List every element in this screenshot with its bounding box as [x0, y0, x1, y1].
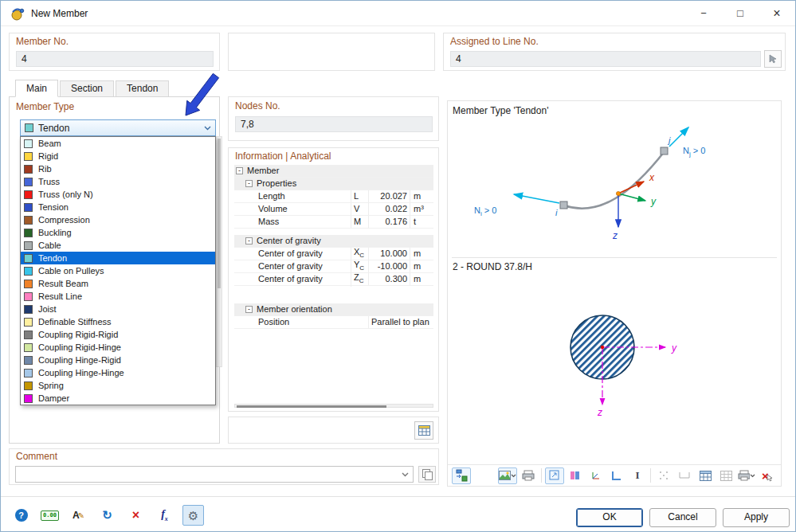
option-definable-stiffness[interactable]: Definable Stiffness: [21, 315, 215, 328]
option-coupling-rigid-rigid[interactable]: Coupling Rigid-Rigid: [21, 328, 215, 341]
option-rigid[interactable]: Rigid: [21, 150, 215, 162]
tree-group-properties[interactable]: - Properties: [234, 178, 433, 190]
option-coupling-rigid-hinge[interactable]: Coupling Rigid-Hinge: [21, 341, 215, 354]
rename-button[interactable]: A✎: [68, 505, 89, 526]
print-graphic-button[interactable]: [519, 467, 538, 484]
tree-group-center-of-gravity[interactable]: - Center of gravity: [234, 235, 433, 248]
cancel-button[interactable]: Cancel: [649, 508, 716, 527]
chevron-down-icon: [750, 474, 755, 478]
tables-button[interactable]: [696, 467, 715, 484]
type-color-swatch: [24, 203, 33, 212]
option-truss[interactable]: Truss: [21, 175, 215, 188]
graphic-settings-button[interactable]: [452, 467, 471, 484]
section-center-dot: [601, 346, 604, 349]
view-mode-button[interactable]: [498, 467, 517, 484]
assigned-line-field[interactable]: 4: [450, 51, 761, 67]
comment-combobox[interactable]: [15, 466, 414, 483]
type-color-swatch: [24, 241, 33, 250]
select-line-button[interactable]: [764, 50, 782, 68]
info-table: - Member - Properties Length L 20.027 m …: [234, 165, 433, 329]
section-outline-button[interactable]: [607, 467, 626, 484]
maximize-button[interactable]: □: [722, 1, 759, 25]
table-icon: [700, 471, 712, 481]
tab-main[interactable]: Main: [15, 80, 58, 97]
tree-group-member[interactable]: - Member: [234, 165, 433, 178]
ok-button[interactable]: OK: [576, 508, 643, 527]
type-color-swatch: [24, 343, 33, 352]
section-profile-button[interactable]: I: [628, 467, 647, 484]
type-color-swatch: [24, 280, 33, 288]
help-button[interactable]: ?: [10, 505, 32, 526]
coordinate-system-button[interactable]: [586, 467, 606, 484]
table-row-cog-x[interactable]: Center of gravity XC 10.000 m: [234, 248, 433, 260]
tab-tendon[interactable]: Tendon: [116, 80, 169, 96]
option-tendon[interactable]: Tendon: [21, 252, 215, 264]
section-z-axis-label: z: [597, 407, 602, 418]
color-scale-button[interactable]: [566, 467, 585, 484]
result-table-button[interactable]: [716, 467, 735, 484]
table-row-mass[interactable]: Mass M 0.176 t: [234, 216, 433, 229]
info-hscrollbar[interactable]: [234, 404, 433, 408]
option-compression[interactable]: Compression: [21, 213, 215, 226]
copy-comment-button[interactable]: [418, 466, 436, 483]
table-row-position[interactable]: Position Parallel to plan: [234, 316, 433, 329]
option-joist[interactable]: Joist: [21, 303, 215, 315]
tree-group-member-orientation[interactable]: - Member orientation: [234, 303, 433, 316]
function-button[interactable]: fx: [154, 505, 175, 526]
option-coupling-hinge-rigid[interactable]: Coupling Hinge-Rigid: [21, 354, 215, 366]
member-type-combobox[interactable]: Tendon: [20, 119, 216, 136]
collapse-icon[interactable]: -: [245, 237, 253, 244]
tab-section[interactable]: Section: [60, 80, 114, 96]
table-row-volume[interactable]: Volume V 0.022 m³: [234, 203, 433, 216]
collapse-icon[interactable]: -: [236, 167, 243, 174]
option-beam[interactable]: Beam: [21, 137, 215, 150]
collapse-icon[interactable]: -: [245, 180, 253, 187]
option-result-beam[interactable]: Result Beam: [21, 277, 215, 290]
open-in-table-button[interactable]: [414, 421, 433, 440]
stress-points-button[interactable]: [654, 467, 673, 484]
option-truss-only-n[interactable]: Truss (only N): [21, 188, 215, 201]
node-i-marker: [560, 201, 567, 209]
type-color-swatch: [24, 190, 33, 199]
option-tension[interactable]: Tension: [21, 201, 215, 213]
y-axis-label: y: [650, 196, 657, 207]
new-window-icon: [549, 470, 560, 481]
option-spring[interactable]: Spring: [21, 379, 215, 392]
toolbar-separator: [541, 468, 542, 483]
option-damper[interactable]: Damper: [21, 392, 215, 405]
option-rib[interactable]: Rib: [21, 162, 215, 175]
nodes-field[interactable]: 7,8: [235, 116, 433, 132]
hscrollbar-thumb[interactable]: [237, 405, 386, 408]
type-color-swatch: [24, 267, 33, 276]
welds-icon: [679, 471, 690, 479]
apply-button[interactable]: Apply: [723, 508, 790, 527]
refresh-button[interactable]: ↻: [96, 505, 118, 526]
close-button[interactable]: ×: [759, 1, 795, 25]
table-row-cog-y[interactable]: Center of gravity YC -10.000 m: [234, 260, 433, 273]
delete-button[interactable]: ×: [125, 505, 147, 526]
settings-button[interactable]: ⚙: [182, 505, 204, 526]
print-menu-button[interactable]: [737, 467, 756, 484]
option-cable[interactable]: Cable: [21, 239, 215, 252]
member-no-field[interactable]: 4: [16, 51, 214, 67]
collapse-icon[interactable]: -: [245, 306, 253, 313]
option-result-line[interactable]: Result Line: [21, 290, 215, 303]
member-type-scrollbar[interactable]: [216, 136, 222, 367]
axes-icon: [590, 470, 602, 481]
option-cable-on-pulleys[interactable]: Cable on Pulleys: [21, 264, 215, 277]
comment-label: Comment: [16, 451, 57, 462]
scrollbar-thumb[interactable]: [218, 139, 221, 288]
new-window-button[interactable]: [545, 467, 564, 484]
y-axis-arrow: [618, 194, 645, 201]
welds-button[interactable]: [675, 467, 694, 484]
table-row-cog-z[interactable]: Center of gravity ZC 0.300 m: [234, 273, 433, 286]
option-buckling[interactable]: Buckling: [21, 226, 215, 239]
close-graphic-button[interactable]: ×: [758, 467, 777, 484]
type-color-swatch: [24, 178, 33, 186]
units-button[interactable]: 0.00: [39, 505, 61, 526]
minimize-button[interactable]: −: [685, 1, 722, 25]
option-coupling-hinge-hinge[interactable]: Coupling Hinge-Hinge: [21, 366, 215, 379]
axes-origin-dot: [616, 191, 620, 195]
table-row-length[interactable]: Length L 20.027 m: [234, 190, 433, 203]
section-title: 2 - ROUND 37.8/H: [453, 261, 532, 272]
